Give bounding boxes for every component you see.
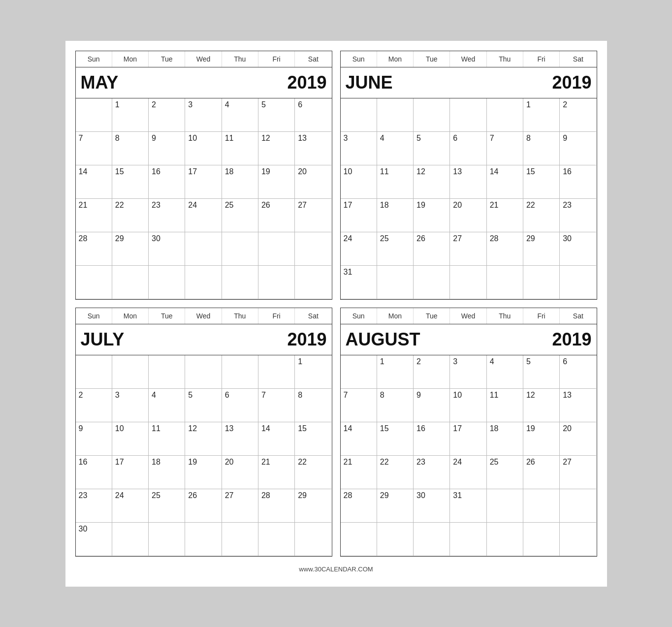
- day-cell: 18: [487, 422, 523, 456]
- day-headers-july-2019: SunMonTueWedThuFriSat: [76, 308, 332, 324]
- calendar-may-2019: SunMonTueWedThuFriSatMAY2019123456789101…: [75, 51, 332, 300]
- day-cell: [185, 523, 222, 556]
- day-cell: 8: [295, 389, 331, 422]
- day-cell: [76, 355, 112, 389]
- day-headers-june-2019: SunMonTueWedThuFriSat: [341, 51, 597, 67]
- day-header-mon: Mon: [112, 308, 149, 324]
- day-cell: 10: [341, 165, 377, 199]
- day-cell: 16: [149, 165, 185, 199]
- day-cell: 10: [450, 389, 486, 422]
- day-cell: 17: [450, 422, 486, 456]
- day-cell: [450, 98, 486, 132]
- day-cell: [258, 523, 295, 556]
- day-cell: 4: [222, 98, 258, 132]
- month-name-august-2019: AUGUST: [346, 329, 420, 350]
- day-cell: 22: [112, 199, 149, 232]
- day-cell: 30: [414, 489, 450, 523]
- day-header-fri: Fri: [258, 308, 295, 324]
- day-cell: 20: [450, 199, 486, 232]
- day-cell: [523, 523, 560, 556]
- day-cell: 13: [560, 389, 596, 422]
- day-cell: 27: [295, 199, 331, 232]
- day-cell: [295, 266, 331, 299]
- day-cell: [76, 98, 112, 132]
- day-header-tue: Tue: [149, 308, 185, 324]
- day-cell: 11: [149, 422, 185, 456]
- day-cell: 11: [487, 389, 523, 422]
- day-cell: 17: [112, 456, 149, 489]
- day-header-wed: Wed: [450, 51, 486, 67]
- days-grid-august-2019: 1234567891011121314151617181920212223242…: [341, 355, 597, 556]
- day-header-mon: Mon: [112, 51, 149, 67]
- day-cell: 9: [414, 389, 450, 422]
- day-header-sun: Sun: [341, 51, 377, 67]
- day-cell: [560, 489, 596, 523]
- day-cell: 18: [377, 199, 414, 232]
- month-name-june-2019: JUNE: [346, 72, 393, 93]
- day-cell: 30: [149, 232, 185, 266]
- day-header-fri: Fri: [523, 51, 560, 67]
- day-cell: 15: [523, 165, 560, 199]
- calendar-august-2019: SunMonTueWedThuFriSatAUGUST2019123456789…: [340, 308, 597, 557]
- month-name-july-2019: JULY: [81, 329, 125, 350]
- day-cell: 9: [149, 132, 185, 165]
- day-cell: 13: [222, 422, 258, 456]
- day-cell: 3: [450, 355, 486, 389]
- day-cell: 6: [450, 132, 486, 165]
- day-header-wed: Wed: [450, 308, 486, 324]
- day-header-tue: Tue: [414, 51, 450, 67]
- day-cell: 28: [487, 232, 523, 266]
- day-cell: 9: [560, 132, 596, 165]
- day-cell: [414, 523, 450, 556]
- day-cell: 5: [258, 98, 295, 132]
- day-cell: 8: [112, 132, 149, 165]
- day-cell: 24: [185, 199, 222, 232]
- day-cell: [185, 232, 222, 266]
- day-cell: 25: [377, 232, 414, 266]
- day-cell: [341, 355, 377, 389]
- day-header-fri: Fri: [258, 51, 295, 67]
- day-cell: [112, 355, 149, 389]
- month-year-row-august-2019: AUGUST2019: [341, 324, 597, 355]
- day-header-sun: Sun: [76, 51, 112, 67]
- days-grid-july-2019: 1234567891011121314151617181920212223242…: [76, 355, 332, 556]
- day-cell: 19: [258, 165, 295, 199]
- day-header-tue: Tue: [149, 51, 185, 67]
- day-cell: 26: [258, 199, 295, 232]
- day-cell: 27: [560, 456, 596, 489]
- day-cell: 12: [523, 389, 560, 422]
- day-cell: 26: [414, 232, 450, 266]
- day-cell: 21: [341, 456, 377, 489]
- day-cell: 14: [258, 422, 295, 456]
- day-cell: 2: [149, 98, 185, 132]
- day-header-wed: Wed: [185, 51, 222, 67]
- day-cell: [341, 523, 377, 556]
- day-cell: [222, 355, 258, 389]
- day-cell: 3: [185, 98, 222, 132]
- day-cell: 25: [222, 199, 258, 232]
- day-header-thu: Thu: [222, 51, 258, 67]
- day-cell: 24: [341, 232, 377, 266]
- day-header-sun: Sun: [76, 308, 112, 324]
- day-cell: [112, 266, 149, 299]
- day-cell: 17: [185, 165, 222, 199]
- day-cell: 6: [222, 389, 258, 422]
- page: SunMonTueWedThuFriSatMAY2019123456789101…: [65, 41, 607, 587]
- day-cell: 5: [414, 132, 450, 165]
- day-cell: [258, 232, 295, 266]
- day-cell: [295, 232, 331, 266]
- day-cell: 25: [149, 489, 185, 523]
- day-header-sun: Sun: [341, 308, 377, 324]
- day-cell: 19: [414, 199, 450, 232]
- day-cell: 7: [487, 132, 523, 165]
- day-cell: 31: [450, 489, 486, 523]
- day-cell: 3: [112, 389, 149, 422]
- days-grid-june-2019: 1234567891011121314151617181920212223242…: [341, 98, 597, 299]
- day-cell: 27: [222, 489, 258, 523]
- year-name-august-2019: 2019: [552, 329, 591, 350]
- day-cell: 16: [560, 165, 596, 199]
- day-cell: 10: [185, 132, 222, 165]
- year-name-june-2019: 2019: [552, 72, 591, 93]
- day-cell: 24: [450, 456, 486, 489]
- day-cell: 17: [341, 199, 377, 232]
